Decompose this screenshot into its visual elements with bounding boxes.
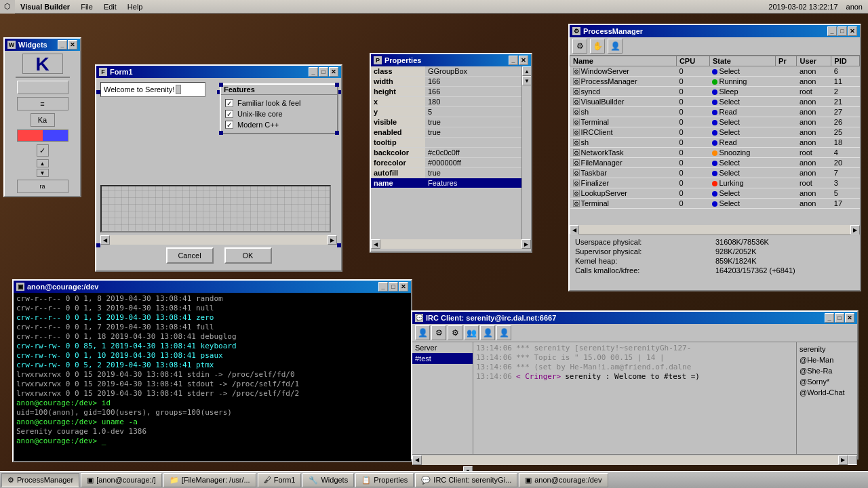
ok-button[interactable]: OK (224, 247, 272, 264)
widget-ka-btn[interactable]: Ka (31, 113, 55, 127)
pm-resume-btn[interactable]: 👤 (608, 39, 623, 54)
irc-channel-test[interactable]: #test (412, 353, 473, 364)
taskbar-form1[interactable]: 🖋 Form1 (258, 473, 302, 487)
menu-file[interactable]: File (75, 0, 98, 14)
pm-process-row[interactable]: ⚙FileManager 0 Select anon 20 (570, 158, 860, 168)
property-row[interactable]: forecolor#000000ff (371, 158, 531, 168)
feat-resize-br[interactable] (335, 131, 339, 135)
widget-up-btn[interactable]: ▲ (37, 159, 49, 167)
feature-item-2[interactable]: ✓ Unix-like core (225, 110, 333, 118)
widgets-close-btn[interactable]: ✕ (68, 40, 77, 49)
pm-hscroll-right[interactable]: ▶ (850, 225, 860, 235)
terminal-maximize-btn[interactable]: □ (389, 282, 398, 291)
checkbox-2[interactable]: ✓ (225, 110, 233, 118)
taskbar-irc[interactable]: 💬 IRC Client: serenityGi... (415, 473, 517, 487)
pm-process-row[interactable]: ⚙Terminal 0 Select anon 26 (570, 117, 860, 127)
property-row[interactable]: enabledtrue (371, 127, 531, 138)
vscroll-down[interactable]: ▼ (522, 76, 531, 85)
form1-maximize-btn[interactable]: □ (319, 67, 328, 77)
properties-title-bar[interactable]: P Properties _ ✕ (371, 54, 531, 66)
property-row[interactable]: tooltip (371, 138, 531, 148)
irc-minimize-btn[interactable]: _ (825, 313, 834, 323)
hscroll-right[interactable]: ▶ (328, 235, 337, 245)
taskbar-pm[interactable]: ⚙ ProcessManager (1, 473, 79, 487)
checkbox-1[interactable]: ✓ (225, 99, 233, 107)
form1-close-btn[interactable]: ✕ (329, 67, 338, 77)
pm-process-row[interactable]: ⚙LookupServer 0 Select anon 5 (570, 188, 860, 199)
pm-hscroll[interactable]: ◀ ▶ (570, 225, 860, 235)
terminal-minimize-btn[interactable]: _ (378, 282, 388, 291)
pm-col-cpu[interactable]: CPU (676, 56, 709, 66)
pm-process-row[interactable]: ⚙syncd 0 Sleep root 2 (570, 87, 860, 97)
resize-bl[interactable] (96, 243, 100, 247)
pm-process-row[interactable]: ⚙WindowServer 0 Select anon 6 (570, 66, 860, 77)
irc-channel-server[interactable]: Server (412, 342, 473, 353)
hscroll-track-p[interactable] (380, 239, 521, 249)
pm-process-row[interactable]: ⚙VisualBuilder 0 Select anon 21 (570, 97, 860, 107)
pm-title-bar[interactable]: ⚙ ProcessManager _ □ ✕ (570, 25, 860, 37)
property-row[interactable]: y5 (371, 107, 531, 117)
terminal-title-bar[interactable]: ▣ anon@courage:/dev _ □ ✕ (14, 281, 411, 293)
widget-text-btn[interactable]: ra (17, 180, 68, 193)
pm-col-user[interactable]: User (797, 56, 831, 66)
feat-resize-tr[interactable] (335, 83, 339, 87)
property-row[interactable]: width166 (371, 77, 531, 87)
terminal-close-btn[interactable]: ✕ (399, 282, 408, 291)
property-row[interactable]: height166 (371, 87, 531, 97)
irc-btn-2[interactable]: ⚙ (431, 325, 446, 340)
irc-btn-1[interactable]: 👤 (415, 325, 430, 340)
hscroll-left[interactable]: ◀ (100, 235, 110, 245)
form1-text-input[interactable]: Welcome to Serenity! (100, 82, 205, 97)
taskbar-filemanager[interactable]: 📁 [FileManager: /usr/... (163, 473, 256, 487)
property-row[interactable]: x180 (371, 97, 531, 107)
pm-col-name[interactable]: Name (570, 56, 677, 66)
pm-pause-btn[interactable]: ✋ (590, 39, 605, 54)
terminal-content[interactable]: crw-r--r-- 0 0 1, 8 2019-04-30 13:08:41 … (14, 293, 411, 459)
irc-btn-5[interactable]: 👤 (480, 325, 495, 340)
pm-maximize-btn[interactable]: □ (837, 26, 847, 36)
property-row[interactable]: classGGroupBox (371, 66, 531, 77)
properties-vscroll[interactable]: ▲ ▼ (521, 66, 531, 239)
pm-col-state[interactable]: State (709, 56, 775, 66)
pm-hscroll-left[interactable]: ◀ (570, 225, 579, 235)
widget-align-btn[interactable]: ≡ (17, 97, 68, 110)
pm-process-row[interactable]: ⚙Terminal 0 Select anon 17 (570, 199, 860, 209)
hscroll-track[interactable] (110, 235, 328, 245)
pm-close-btn[interactable]: ✕ (848, 26, 857, 36)
properties-minimize-btn[interactable]: _ (509, 56, 518, 65)
property-row[interactable]: nameFeatures (371, 178, 531, 188)
feat-resize-tl[interactable] (219, 83, 223, 87)
property-row[interactable]: backcolor#c0c0c0ff (371, 148, 531, 158)
widget-check-btn[interactable]: ✓ (37, 144, 49, 157)
feature-item-1[interactable]: ✓ Familiar look & feel (225, 99, 333, 107)
irc-btn-3[interactable]: ⚙ (448, 325, 462, 340)
irc-scroll-right[interactable]: ▶ (838, 455, 848, 465)
feat-resize-bl[interactable] (219, 131, 223, 135)
pm-hscroll-track[interactable] (579, 225, 850, 235)
irc-title-bar[interactable]: 💬 IRC Client: serenity@irc.dal.net:6667 … (412, 312, 857, 324)
vscroll-up[interactable]: ▲ (522, 66, 531, 76)
pm-col-pr[interactable]: Pr (776, 56, 797, 66)
menu-help[interactable]: Help (122, 0, 149, 14)
resize-br[interactable] (337, 243, 341, 247)
form1-minimize-btn[interactable]: _ (309, 67, 318, 77)
menu-edit[interactable]: Edit (98, 0, 122, 14)
taskbar-widgets[interactable]: 🔧 Widgets (302, 473, 354, 487)
widget-btn-1[interactable] (17, 81, 68, 94)
cancel-button[interactable]: Cancel (166, 247, 214, 264)
pm-process-row[interactable]: ⚙ProcessManager 0 Running anon 11 (570, 77, 860, 87)
properties-close-btn[interactable]: ✕ (519, 56, 528, 65)
hscroll-left-p[interactable]: ◀ (371, 239, 380, 249)
taskbar-properties[interactable]: 📋 Properties (355, 473, 414, 487)
irc-btn-6[interactable]: 👤 (496, 325, 511, 340)
text-input-scroll[interactable] (176, 85, 181, 94)
pm-col-pid[interactable]: PID (831, 56, 860, 66)
hscroll-right-p[interactable]: ▶ (521, 239, 531, 249)
widget-down-btn[interactable]: ▼ (37, 169, 49, 177)
widgets-minimize-btn[interactable]: _ (58, 40, 67, 49)
resize-tl[interactable] (96, 90, 100, 94)
pm-process-row[interactable]: ⚙Taskbar 0 Select anon 7 (570, 168, 860, 178)
irc-close-btn[interactable]: ✕ (845, 313, 854, 323)
irc-btn-4[interactable]: 👥 (464, 325, 479, 340)
property-row[interactable]: autofilltrue (371, 168, 531, 178)
